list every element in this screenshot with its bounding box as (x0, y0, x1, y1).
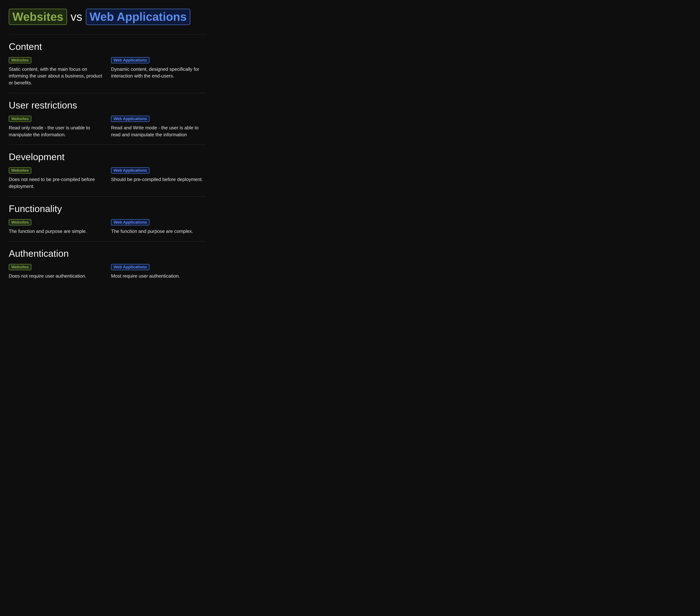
webapps-text-user-restrictions: Read and Write mode - the user is able t… (111, 125, 206, 138)
webapps-badge-development: Web Applications (111, 167, 149, 174)
column-webapps-user-restrictions: Web Applications Read and Write mode - t… (111, 116, 206, 138)
websites-text-development: Does not need to be pre-compiled before … (9, 176, 104, 190)
section-functionality: Functionality Websites The function and … (9, 196, 206, 241)
section-title-user-restrictions: User restrictions (9, 100, 206, 111)
webapps-badge-authentication: Web Applications (111, 264, 149, 270)
column-webapps-development: Web Applications Should be pre-compiled … (111, 167, 206, 190)
websites-text-functionality: The function and purpose are simple. (9, 228, 104, 235)
section-columns-functionality: Websites The function and purpose are si… (9, 219, 206, 235)
column-webapps-authentication: Web Applications Most require user authe… (111, 264, 206, 280)
section-content: Content Websites Static content, with th… (9, 34, 206, 93)
header-websites-label: Websites (9, 9, 67, 25)
websites-badge-functionality: Websites (9, 219, 31, 226)
section-title-content: Content (9, 41, 206, 52)
webapps-text-authentication: Most require user authentication. (111, 273, 206, 280)
webapps-text-development: Should be pre-compiled before deployment… (111, 176, 206, 183)
section-authentication: Authentication Websites Does not require… (9, 241, 206, 286)
column-websites-content: Websites Static content, with the main f… (9, 57, 104, 87)
section-columns-authentication: Websites Does not require user authentic… (9, 264, 206, 280)
section-columns-content: Websites Static content, with the main f… (9, 57, 206, 87)
webapps-badge-user-restrictions: Web Applications (111, 116, 149, 122)
websites-badge-content: Websites (9, 57, 31, 63)
column-webapps-functionality: Web Applications The function and purpos… (111, 219, 206, 235)
section-user-restrictions: User restrictions Websites Read only mod… (9, 93, 206, 145)
webapps-badge-content: Web Applications (111, 57, 149, 63)
websites-text-user-restrictions: Read only mode - the user is unable to m… (9, 125, 104, 138)
websites-text-content: Static content, with the main focus on i… (9, 66, 104, 87)
webapps-text-content: Dynamic content, designed specifically f… (111, 66, 206, 79)
section-columns-development: Websites Does not need to be pre-compile… (9, 167, 206, 190)
webapps-text-functionality: The function and purpose are complex. (111, 228, 206, 235)
websites-badge-user-restrictions: Websites (9, 116, 31, 122)
section-columns-user-restrictions: Websites Read only mode - the user is un… (9, 116, 206, 138)
column-websites-functionality: Websites The function and purpose are si… (9, 219, 104, 235)
page-header: Websites vs Web Applications (9, 9, 206, 25)
section-title-development: Development (9, 151, 206, 162)
header-webapps-label: Web Applications (86, 9, 190, 25)
sections-container: Content Websites Static content, with th… (9, 34, 206, 286)
websites-badge-authentication: Websites (9, 264, 31, 270)
column-websites-authentication: Websites Does not require user authentic… (9, 264, 104, 280)
section-title-functionality: Functionality (9, 203, 206, 214)
webapps-badge-functionality: Web Applications (111, 219, 149, 226)
websites-badge-development: Websites (9, 167, 31, 174)
section-title-authentication: Authentication (9, 248, 206, 259)
column-webapps-content: Web Applications Dynamic content, design… (111, 57, 206, 87)
column-websites-development: Websites Does not need to be pre-compile… (9, 167, 104, 190)
header-vs-label: vs (71, 10, 82, 24)
section-development: Development Websites Does not need to be… (9, 145, 206, 196)
websites-text-authentication: Does not require user authentication. (9, 273, 104, 280)
column-websites-user-restrictions: Websites Read only mode - the user is un… (9, 116, 104, 138)
